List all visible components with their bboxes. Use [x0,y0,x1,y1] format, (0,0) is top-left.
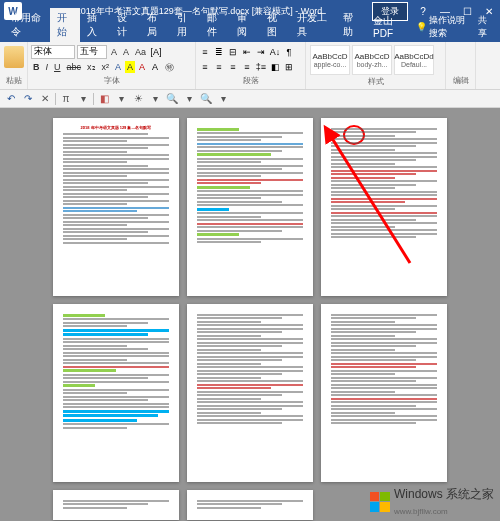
font-color-button[interactable]: A [137,61,147,73]
zoom-in-button[interactable]: 🔍 [165,92,179,106]
group-font: 宋体 五号 A A Aa [A] B I U abc x₂ x² A A A A… [28,42,196,89]
page-spacer [321,490,447,520]
qat-dropdown-2[interactable]: ▾ [114,92,128,106]
qat-dropdown-4[interactable]: ▾ [182,92,196,106]
tab-commands[interactable]: 常用命令 [4,8,50,42]
qat-separator [55,93,56,105]
numbering-icon[interactable]: ≣ [213,46,225,58]
char-border-icon[interactable]: [A] [150,46,162,58]
page-thumbnail-7[interactable] [53,490,179,520]
group-styles: AaBbCcDapple-co... AaBbCcDbody-zh... AaB… [306,42,446,89]
shading-icon[interactable]: ◧ [269,61,281,73]
tab-devtools[interactable]: 开发工具 [290,8,336,42]
group-paragraph: ≡ ≣ ⊟ ⇤ ⇥ A↓ ¶ ≡ ≡ ≡ ≡ ‡≡ ◧ ⊞ 段落 [196,42,306,89]
page-thumbnail-4[interactable] [53,304,179,482]
paragraph-label: 段落 [199,75,302,87]
paste-icon[interactable] [4,46,24,68]
change-case-button[interactable]: Aa [133,46,148,58]
sort-icon[interactable]: A↓ [269,46,281,58]
page-thumbnail-3[interactable] [321,118,447,296]
shape-fill-button[interactable]: ◧ [97,92,111,106]
bold-button[interactable]: B [31,61,42,73]
quick-access-toolbar: ↶ ↷ ✕ π ▾ ◧ ▾ ☀ ▾ 🔍 ▾ 🔍 ▾ [0,90,500,108]
zoom-out-button[interactable]: 🔍 [199,92,213,106]
clipboard-label: 粘贴 [3,75,24,87]
document-title: 2018 年中考语文真题 129 套—名句默写 [63,126,169,130]
cancel-button[interactable]: ✕ [38,92,52,106]
page-thumbnail-2[interactable] [187,118,313,296]
superscript-button[interactable]: x² [100,61,112,73]
borders-icon[interactable]: ⊞ [283,61,295,73]
qat-separator [93,93,94,105]
line-spacing-icon[interactable]: ‡≡ [255,61,267,73]
tab-help[interactable]: 帮助 [336,8,366,42]
document-area[interactable]: 2018 年中考语文真题 129 套—名句默写 [0,108,500,521]
justify-icon[interactable]: ≡ [241,61,253,73]
ribbon: 粘贴 宋体 五号 A A Aa [A] B I U abc x₂ x² A A … [0,42,500,90]
group-editing: 编辑 [446,42,476,89]
increase-indent-icon[interactable]: ⇥ [255,46,267,58]
page-thumbnail-1[interactable]: 2018 年中考语文真题 129 套—名句默写 [53,118,179,296]
editing-label: 编辑 [449,75,472,87]
align-right-icon[interactable]: ≡ [227,61,239,73]
bullets-icon[interactable]: ≡ [199,46,211,58]
equation-button[interactable]: π [59,92,73,106]
multilevel-icon[interactable]: ⊟ [227,46,239,58]
align-left-icon[interactable]: ≡ [199,61,211,73]
tab-design[interactable]: 设计 [110,8,140,42]
tab-review[interactable]: 审阅 [230,8,260,42]
tab-home[interactable]: 开始 [50,8,80,42]
highlight-button[interactable]: A [125,61,135,73]
tab-pdf[interactable]: 金山PDF [366,11,412,42]
enclose-char-icon[interactable]: ㊕ [163,61,175,73]
tab-references[interactable]: 引用 [170,8,200,42]
font-size-select[interactable]: 五号 [77,45,107,59]
shrink-font-button[interactable]: A [121,46,131,58]
font-label: 字体 [31,75,192,87]
share-button[interactable]: 共享 [474,12,496,42]
style-item-3[interactable]: AaBbCcDdDefaul... [394,45,434,75]
tab-mailings[interactable]: 邮件 [200,8,230,42]
show-marks-icon[interactable]: ¶ [283,46,295,58]
page-thumbnail-6[interactable] [321,304,447,482]
tab-insert[interactable]: 插入 [80,8,110,42]
page-thumbnail-5[interactable] [187,304,313,482]
decrease-indent-icon[interactable]: ⇤ [241,46,253,58]
qat-dropdown-5[interactable]: ▾ [216,92,230,106]
page-thumbnail-8[interactable] [187,490,313,520]
ribbon-tabs: 常用命令 开始 插入 设计 布局 引用 邮件 审阅 视图 开发工具 帮助 金山P… [0,22,500,42]
char-shading-icon[interactable]: A [149,61,161,73]
brightness-button[interactable]: ☀ [131,92,145,106]
qat-dropdown-1[interactable]: ▾ [76,92,90,106]
tell-me-search[interactable]: 💡操作说明搜索 [412,12,474,42]
undo-button[interactable]: ↶ [4,92,18,106]
styles-label: 样式 [309,76,442,88]
strike-button[interactable]: abc [65,61,84,73]
lightbulb-icon: 💡 [416,22,427,32]
style-item-2[interactable]: AaBbCcDbody-zh... [352,45,392,75]
tab-view[interactable]: 视图 [260,8,290,42]
subscript-button[interactable]: x₂ [85,61,98,73]
italic-button[interactable]: I [44,61,51,73]
text-effects-button[interactable]: A [113,61,123,73]
redo-button[interactable]: ↷ [21,92,35,106]
style-item-1[interactable]: AaBbCcDapple-co... [310,45,350,75]
tab-layout[interactable]: 布局 [140,8,170,42]
align-center-icon[interactable]: ≡ [213,61,225,73]
underline-button[interactable]: U [52,61,63,73]
qat-dropdown-3[interactable]: ▾ [148,92,162,106]
grow-font-button[interactable]: A [109,46,119,58]
font-family-select[interactable]: 宋体 [31,45,75,59]
group-clipboard: 粘贴 [0,42,28,89]
